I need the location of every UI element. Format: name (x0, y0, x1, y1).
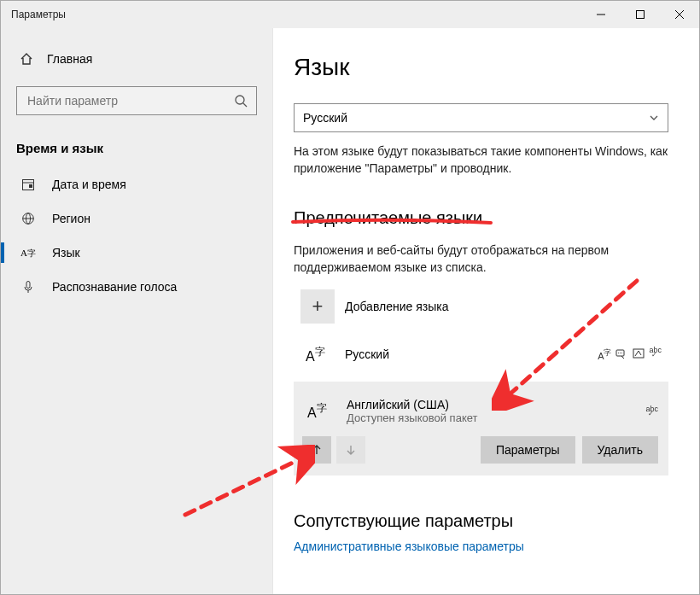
display-language-dropdown[interactable]: Русский (294, 103, 668, 132)
sidebar: Главная Время и язык Дата и время Регион… (1, 28, 273, 595)
title-bar: Параметры (1, 1, 699, 28)
chevron-down-icon (649, 113, 659, 123)
nav-label: Язык (52, 246, 80, 260)
microphone-icon (20, 280, 37, 294)
plus-icon: + (300, 289, 335, 324)
svg-rect-8 (29, 184, 32, 188)
dropdown-value: Русский (303, 111, 649, 125)
language-row-russian[interactable]: A字 Русский A字 abc (294, 330, 668, 378)
home-label: Главная (47, 52, 92, 66)
svg-point-19 (620, 353, 621, 353)
svg-rect-14 (26, 282, 30, 289)
svg-text:字: 字 (317, 402, 327, 414)
language-glyph-icon: A字 (300, 337, 335, 371)
remove-button[interactable]: Удалить (582, 436, 658, 464)
home-icon (20, 52, 33, 66)
svg-text:A: A (20, 248, 27, 258)
add-language-row[interactable]: + Добавление языка (294, 283, 668, 330)
admin-language-link[interactable]: Административные языковые параметры (294, 540, 668, 553)
language-glyph-icon: A字 (302, 394, 336, 428)
related-settings-title: Сопутствующие параметры (294, 511, 668, 531)
svg-text:字: 字 (27, 248, 36, 258)
nav-language[interactable]: A字 Язык (1, 236, 272, 270)
nav-label: Распознавание голоса (52, 280, 177, 294)
handwriting-mini-icon (633, 347, 645, 362)
language-name: Английский (США) (347, 398, 477, 411)
home-link[interactable]: Главная (1, 44, 272, 74)
display-language-mini-icon: A字 (598, 347, 611, 362)
minimize-button[interactable] (581, 1, 621, 28)
language-subtext: Доступен языковой пакет (347, 411, 477, 424)
search-box[interactable] (16, 86, 257, 115)
move-up-button[interactable] (302, 436, 331, 464)
svg-text:A: A (306, 349, 315, 364)
group-title: Время и язык (1, 134, 272, 167)
svg-text:A: A (307, 405, 317, 420)
maximize-button[interactable] (621, 1, 660, 28)
svg-text:字: 字 (315, 346, 325, 358)
language-row-english[interactable]: A字 Английский (США) Доступен языковой па… (302, 390, 658, 436)
search-input[interactable] (26, 93, 234, 108)
svg-point-4 (236, 96, 244, 104)
window-title: Параметры (1, 9, 581, 20)
preferred-languages-desc: Приложения и веб-сайты будут отображатьс… (294, 242, 668, 277)
spellcheck-mini-icon: abc (645, 405, 658, 413)
add-language-label: Добавление языка (345, 300, 449, 313)
page-title: Язык (294, 54, 668, 81)
nav-label: Дата и время (52, 178, 126, 191)
language-feature-icons: A字 abc (598, 347, 662, 362)
preferred-languages-title: Предпочитаемые языки (294, 208, 482, 228)
close-button[interactable] (660, 1, 699, 28)
options-button[interactable]: Параметры (481, 436, 575, 464)
language-feature-icons: abc (645, 406, 658, 415)
globe-icon (20, 212, 37, 225)
text-to-speech-mini-icon (615, 347, 628, 362)
nav-label: Регион (52, 212, 90, 225)
language-name: Русский (345, 347, 389, 361)
calendar-icon (20, 178, 37, 191)
search-icon (234, 94, 248, 108)
svg-point-20 (621, 353, 622, 353)
nav-datetime[interactable]: Дата и время (1, 167, 272, 201)
svg-line-5 (243, 103, 247, 107)
nav-speech[interactable]: Распознавание голоса (1, 270, 272, 304)
display-language-desc: На этом языке будут показываться такие к… (294, 143, 668, 178)
language-icon: A字 (20, 246, 37, 260)
svg-point-18 (618, 353, 619, 353)
svg-rect-1 (637, 11, 645, 19)
nav-region[interactable]: Регион (1, 201, 272, 236)
language-panel-english: A字 Английский (США) Доступен языковой па… (294, 382, 668, 475)
spellcheck-mini-icon: abc (649, 346, 662, 360)
move-down-button[interactable] (336, 436, 365, 464)
content-pane: Язык Русский На этом языке будут показыв… (273, 28, 699, 595)
